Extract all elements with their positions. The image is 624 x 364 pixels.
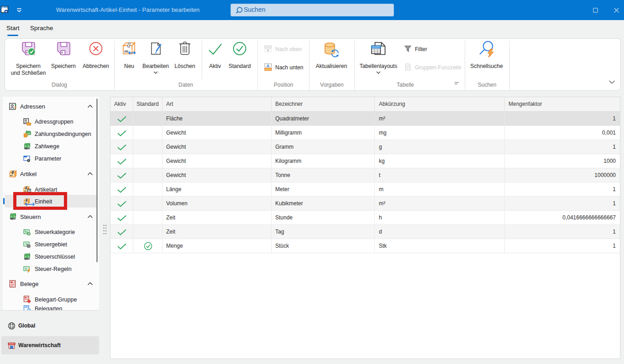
svg-text:%: % [27, 232, 30, 235]
